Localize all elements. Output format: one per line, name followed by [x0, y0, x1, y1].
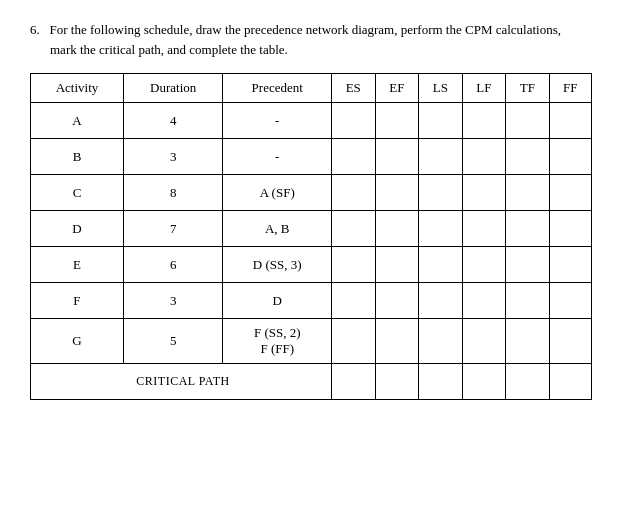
cell-ef-row2	[375, 175, 419, 211]
cell-duration-row2: 8	[123, 175, 222, 211]
cell-activity-row5: F	[31, 283, 124, 319]
cell-es-row2	[332, 175, 376, 211]
cell-ls-row2	[419, 175, 463, 211]
cell-ls-row3	[419, 211, 463, 247]
table-header-row: Activity Duration Precedent ES EF LS LF …	[31, 74, 592, 103]
cell-activity-row1: B	[31, 139, 124, 175]
cell-lf-row4	[462, 247, 506, 283]
table-row: F3D	[31, 283, 592, 319]
critical-path-row: CRITICAL PATH	[31, 364, 592, 400]
cell-es-row4	[332, 247, 376, 283]
cell-activity-row4: E	[31, 247, 124, 283]
cell-precedent-row4: D (SS, 3)	[223, 247, 332, 283]
cell-ff-row2	[549, 175, 591, 211]
cell-es-row6	[332, 319, 376, 364]
critical-path-cell-0	[332, 364, 376, 400]
cell-lf-row0	[462, 103, 506, 139]
cell-ff-row3	[549, 211, 591, 247]
col-header-tf: TF	[506, 74, 550, 103]
cell-precedent-row3: A, B	[223, 211, 332, 247]
critical-path-cell-5	[549, 364, 591, 400]
critical-path-cell-2	[419, 364, 463, 400]
critical-path-cell-4	[506, 364, 550, 400]
cell-ff-row4	[549, 247, 591, 283]
cell-precedent-row0: -	[223, 103, 332, 139]
cell-ff-row6	[549, 319, 591, 364]
cell-ls-row6	[419, 319, 463, 364]
cell-ls-row4	[419, 247, 463, 283]
table-row: B3-	[31, 139, 592, 175]
cell-lf-row6	[462, 319, 506, 364]
cell-es-row0	[332, 103, 376, 139]
critical-path-label: CRITICAL PATH	[31, 364, 332, 400]
critical-path-cell-1	[375, 364, 419, 400]
table-row: C8A (SF)	[31, 175, 592, 211]
question-number: 6.	[30, 22, 40, 37]
cell-precedent-row2: A (SF)	[223, 175, 332, 211]
cell-ef-row6	[375, 319, 419, 364]
cell-lf-row2	[462, 175, 506, 211]
cell-duration-row1: 3	[123, 139, 222, 175]
col-header-ef: EF	[375, 74, 419, 103]
cpm-table: Activity Duration Precedent ES EF LS LF …	[30, 73, 592, 400]
col-header-es: ES	[332, 74, 376, 103]
col-header-precedent: Precedent	[223, 74, 332, 103]
cell-ff-row1	[549, 139, 591, 175]
cell-ef-row5	[375, 283, 419, 319]
cell-tf-row6	[506, 319, 550, 364]
cell-activity-row0: A	[31, 103, 124, 139]
table-row: D7A, B	[31, 211, 592, 247]
cell-ls-row0	[419, 103, 463, 139]
cell-ls-row1	[419, 139, 463, 175]
cell-ls-row5	[419, 283, 463, 319]
cell-tf-row3	[506, 211, 550, 247]
cell-duration-row4: 6	[123, 247, 222, 283]
cell-ef-row0	[375, 103, 419, 139]
cell-tf-row1	[506, 139, 550, 175]
cell-ef-row1	[375, 139, 419, 175]
cell-ff-row5	[549, 283, 591, 319]
table-row: G5F (SS, 2)F (FF)	[31, 319, 592, 364]
cell-es-row5	[332, 283, 376, 319]
cell-precedent-row6: F (SS, 2)F (FF)	[223, 319, 332, 364]
cell-es-row1	[332, 139, 376, 175]
cell-activity-row6: G	[31, 319, 124, 364]
cell-tf-row0	[506, 103, 550, 139]
cell-precedent-row1: -	[223, 139, 332, 175]
cell-lf-row5	[462, 283, 506, 319]
col-header-ls: LS	[419, 74, 463, 103]
cell-duration-row5: 3	[123, 283, 222, 319]
cell-activity-row3: D	[31, 211, 124, 247]
col-header-lf: LF	[462, 74, 506, 103]
cell-es-row3	[332, 211, 376, 247]
cell-ef-row4	[375, 247, 419, 283]
cell-ff-row0	[549, 103, 591, 139]
cell-duration-row6: 5	[123, 319, 222, 364]
cell-duration-row0: 4	[123, 103, 222, 139]
cell-tf-row2	[506, 175, 550, 211]
question-text: 6. For the following schedule, draw the …	[30, 20, 592, 59]
col-header-activity: Activity	[31, 74, 124, 103]
table-row: A4-	[31, 103, 592, 139]
critical-path-cell-3	[462, 364, 506, 400]
cell-lf-row1	[462, 139, 506, 175]
question-body: For the following schedule, draw the pre…	[50, 22, 562, 57]
table-row: E6D (SS, 3)	[31, 247, 592, 283]
cell-duration-row3: 7	[123, 211, 222, 247]
cell-tf-row4	[506, 247, 550, 283]
cell-lf-row3	[462, 211, 506, 247]
cell-precedent-row5: D	[223, 283, 332, 319]
cell-tf-row5	[506, 283, 550, 319]
cell-ef-row3	[375, 211, 419, 247]
col-header-ff: FF	[549, 74, 591, 103]
col-header-duration: Duration	[123, 74, 222, 103]
cell-activity-row2: C	[31, 175, 124, 211]
